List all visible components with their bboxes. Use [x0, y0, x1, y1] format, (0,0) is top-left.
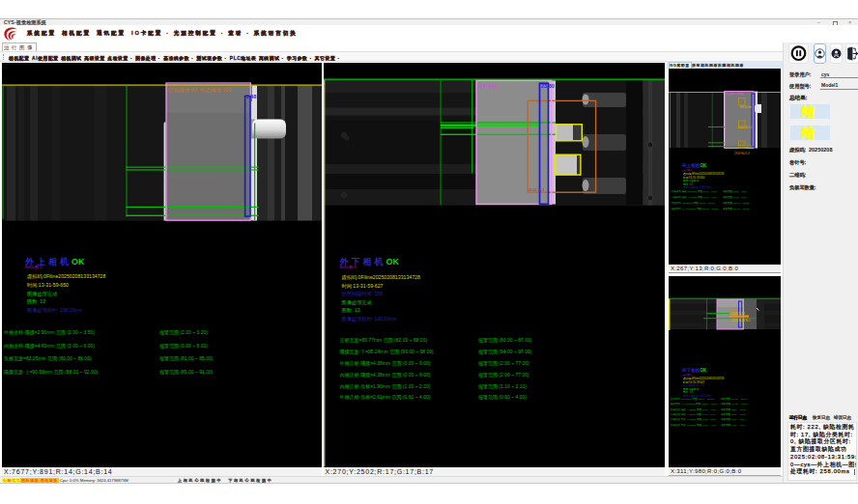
svg-text:内侧正极-负极=1.90mm 范围:(1.00 ~ 2.20: 内侧正极-负极=1.90mm 范围:(1.00 ~ 2.20) [339, 382, 430, 389]
svg-text:外上相机AI检测框: 外上相机AI检测框 [726, 92, 745, 96]
svg-text:12.34 56.78: 12.34 56.78 [731, 311, 745, 315]
svg-text:图像处理耗时: 298.00ms: 图像处理耗时: 298.00ms [683, 185, 712, 189]
svg-text:12.34 56.78 90.1: 12.34 56.78 90.1 [731, 318, 751, 322]
svg-text:报警范围:(83.00 ~ 87.00): 报警范围:(83.00 ~ 87.00) [478, 337, 532, 344]
svg-text:虚拟码:0Filine20250208133134728: 虚拟码:0Filine20250208133134728 [683, 172, 725, 176]
svg-text:报警范围:(2.20 ~ 3.20): 报警范围:(2.20 ~ 3.20) [159, 329, 208, 336]
svg-text:外侧余料-隔膜=2.91mm 范围:(2.00 ~ 3.50: 外侧余料-隔膜=2.91mm 范围:(2.00 ~ 3.50) [672, 189, 717, 193]
svg-text:报警范围:(81.00 ~ 85.00): 报警范围:(81.00 ~ 85.00) [159, 355, 214, 362]
svg-text:圈数: 13: 圈数: 13 [341, 307, 359, 314]
svg-text:内侧正极-负极=1.90mm 范围:(1.00 ~ 2.20: 内侧正极-负极=1.90mm 范围:(1.00 ~ 2.20) [671, 417, 716, 421]
svg-text:23.80: 23.80 [541, 83, 555, 89]
svg-text:外侧正极-隔膜=4.38mm 范围:(0.00 ~ 9.00: 外侧正极-隔膜=4.38mm 范围:(0.00 ~ 9.00) [339, 359, 430, 366]
svg-text:报警范围:(2.00 ~ 77.00): 报警范围:(2.00 ~ 77.00) [478, 359, 529, 366]
svg-text:报警范围:(89.00 ~ 91.00): 报警范围:(89.00 ~ 91.00) [159, 368, 214, 375]
svg-text:NG次数:0: NG次数:0 [682, 372, 693, 376]
svg-text:虚拟码:0Filine20250208133134728: 虚拟码:0Filine20250208133134728 [341, 273, 419, 279]
svg-text:报警范围:(0.00 ~ 8.00): 报警范围:(0.00 ~ 8.00) [723, 195, 747, 199]
svg-text:NG次数:0: NG次数:0 [339, 264, 357, 268]
svg-text:外侧正极-负极=2.61mm 范围:(0.60 ~ 4.00: 外侧正极-负极=2.61mm 范围:(0.60 ~ 4.00) [671, 422, 716, 426]
svg-text:虚拟码:0Filine20250208133134728: 虚拟码:0Filine20250208133134728 [27, 272, 105, 278]
svg-text:内侧余料-隔膜=4.60mm 范围:(3.00 ~ 6.00: 内侧余料-隔膜=4.60mm 范围:(3.00 ~ 6.00) [4, 342, 95, 349]
svg-text:正极宽度=83.77mm 范围:(82.00 ~ 88.00: 正极宽度=83.77mm 范围:(82.00 ~ 88.00) [339, 337, 427, 344]
svg-text:报警范围:(2.00 ~ 77.00): 报警范围:(2.00 ~ 77.00) [478, 371, 529, 378]
svg-text:圈数: 13: 圈数: 13 [683, 390, 693, 394]
svg-text:内侧余料-隔膜=4.60mm 范围:(3.00 ~ 6.00: 内侧余料-隔膜=4.60mm 范围:(3.00 ~ 6.00) [672, 195, 717, 199]
svg-text:AI检测框: AI检测框 [478, 82, 498, 89]
svg-text:拍照间隔时间: 156: 拍照间隔时间: 156 [683, 383, 705, 387]
svg-text:隔膜宽度-下=95.24mm 范围:(93.00 ~ 98.: 隔膜宽度-下=95.24mm 范围:(93.00 ~ 98.00) [339, 348, 434, 354]
svg-text:NG次数:1: NG次数:1 [682, 168, 693, 172]
svg-text:图像处理耗时: 298.00ms: 图像处理耗时: 298.00ms [27, 306, 82, 313]
svg-text:圈数: 13: 圈数: 13 [27, 298, 45, 305]
svg-text:图像处理完成: 图像处理完成 [683, 386, 699, 390]
svg-text:负极宽度=83.05mm 范围:(80.00 ~ 86.00: 负极宽度=83.05mm 范围:(80.00 ~ 86.00) [4, 355, 92, 362]
svg-text:圈数: 13: 圈数: 13 [683, 182, 693, 186]
svg-text:图像处理耗时: 142.00ms: 图像处理耗时: 142.00ms [683, 393, 712, 397]
svg-text:报警范围:(89.00 ~ 91.00): 报警范围:(89.00 ~ 91.00) [723, 207, 750, 210]
svg-text:时间:13-31-59-627: 时间:13-31-59-627 [683, 379, 705, 383]
svg-text:隔膜宽度-上=90.56mm 范围:(88.00 ~ 92.: 隔膜宽度-上=90.56mm 范围:(88.00 ~ 92.00) [4, 368, 99, 375]
svg-text:图像处理耗时: 142.00ms: 图像处理耗时: 142.00ms [341, 315, 396, 322]
svg-text:内侧正极-隔膜=4.38mm 范围:(0.00 ~ 9.00: 内侧正极-隔膜=4.38mm 范围:(0.00 ~ 9.00) [671, 411, 716, 415]
svg-text:报警范围:(1.10 ~ 2.10): 报警范围:(1.10 ~ 2.10) [721, 417, 745, 421]
svg-text:时间:13-31-59-650: 时间:13-31-59-650 [683, 176, 705, 180]
svg-text:报警范围:(2.20 ~ 3.20): 报警范围:(2.20 ~ 3.20) [723, 189, 747, 193]
svg-text:拍照间隔时间: 156: 拍照间隔时间: 156 [340, 291, 383, 297]
svg-text:报警范围:(2.00 ~ 77.00): 报警范围:(2.00 ~ 77.00) [721, 406, 746, 410]
svg-text:外侧正极-负极=2.61mm 范围:(0.60 ~ 4.00: 外侧正极-负极=2.61mm 范围:(0.60 ~ 4.00) [339, 394, 430, 401]
svg-text:图像处理完成: 图像处理完成 [27, 290, 58, 296]
svg-text:报警范围:(2.00 ~ 77.00): 报警范围:(2.00 ~ 77.00) [721, 411, 746, 415]
svg-text:正极宽度=83.77mm 范围:(82.00 ~ 88.00: 正极宽度=83.77mm 范围:(82.00 ~ 88.00) [671, 397, 714, 401]
svg-text:报警范围:(1.10 ~ 2.10): 报警范围:(1.10 ~ 2.10) [478, 382, 527, 389]
svg-text:隔膜宽度-下=95.24mm 范围:(93.00 ~ 98.: 隔膜宽度-下=95.24mm 范围:(93.00 ~ 98.00) [671, 402, 718, 406]
svg-text:3.48: 3.48 [246, 93, 257, 98]
svg-text:时间:13-31-59-650: 时间:13-31-59-650 [27, 281, 69, 288]
svg-text:NG次数:1: NG次数:1 [25, 264, 43, 268]
svg-text:负极宽度=83.05mm 范围:(80.00 ~ 86.00: 负极宽度=83.05mm 范围:(80.00 ~ 86.00) [672, 201, 715, 205]
svg-text:23.60 61.5 1: 23.60 61.5 1 [738, 126, 753, 129]
svg-text:M4 60.5m: M4 60.5m [740, 105, 752, 109]
svg-text:报警范围:(81.00 ~ 85.00): 报警范围:(81.00 ~ 85.00) [723, 201, 750, 205]
svg-text:图像处理完成: 图像处理完成 [683, 179, 699, 182]
svg-text:外侧余料-隔膜=2.91mm 范围:(2.00 ~ 3.50: 外侧余料-隔膜=2.91mm 范围:(2.00 ~ 3.50) [4, 329, 95, 336]
svg-text:时间:13-31-59-627: 时间:13-31-59-627 [341, 282, 383, 289]
svg-text:报警范围:(0.60 ~ 4.00): 报警范围:(0.60 ~ 4.00) [478, 394, 527, 401]
svg-text:外侧正极-隔膜=4.38mm 范围:(0.00 ~ 9.00: 外侧正极-隔膜=4.38mm 范围:(0.00 ~ 9.00) [671, 406, 716, 410]
svg-text:报警范围:(0.60 ~ 4.00): 报警范围:(0.60 ~ 4.00) [721, 422, 745, 426]
svg-text:报警范围:(94.00 ~ 97.00): 报警范围:(94.00 ~ 97.00) [721, 402, 748, 406]
svg-text:报警范围:(83.00 ~ 87.00): 报警范围:(83.00 ~ 87.00) [721, 397, 748, 401]
svg-text:内侧正极-隔膜=4.38mm 范围:(0.00 ~ 9.00: 内侧正极-隔膜=4.38mm 范围:(0.00 ~ 9.00) [339, 371, 430, 378]
svg-text:图像处理完成: 图像处理完成 [341, 299, 372, 306]
svg-text:报警范围:(94.00 ~ 97.00): 报警范围:(94.00 ~ 97.00) [478, 348, 532, 354]
svg-text:虚拟码:0Filine20250208133134728: 虚拟码:0Filine20250208133134728 [683, 377, 725, 380]
svg-text:报警范围:(0.00 ~ 8.00): 报警范围:(0.00 ~ 8.00) [159, 342, 208, 349]
svg-text:41.41 81.1: 41.41 81.1 [529, 188, 545, 192]
svg-text:23.63 Re21.8: 23.63 Re21.8 [734, 152, 750, 155]
svg-text:隔膜宽度-上=90.56mm 范围:(88.00 ~ 92.: 隔膜宽度-上=90.56mm 范围:(88.00 ~ 92.00) [672, 207, 719, 210]
svg-text:灯箱阈值:93, 动态阈值:100: 灯箱阈值:93, 动态阈值:100 [168, 87, 231, 94]
